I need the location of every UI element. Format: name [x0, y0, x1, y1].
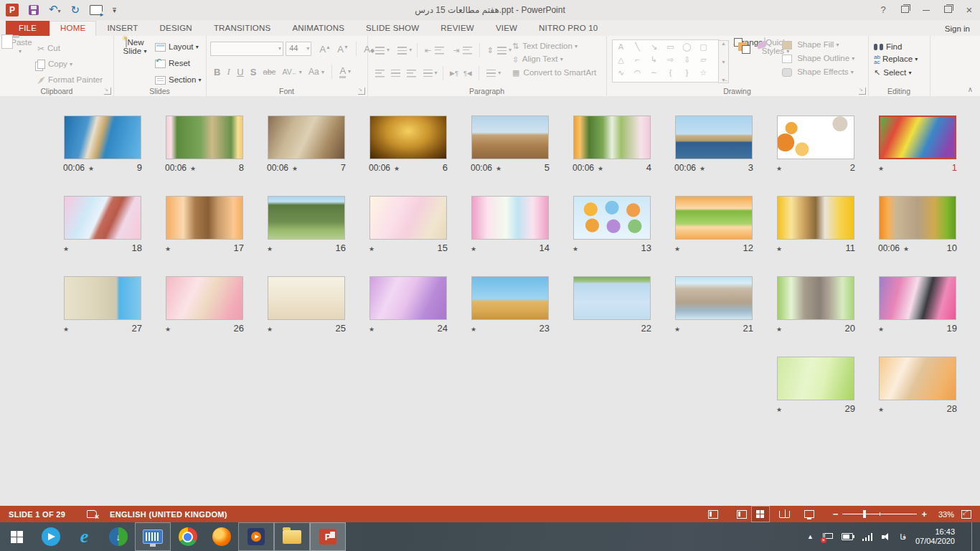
- shape-icon[interactable]: ▭: [662, 40, 679, 53]
- tab-review[interactable]: REVIEW: [430, 21, 485, 36]
- shape-fill-button[interactable]: Shape Fill ▾: [782, 40, 867, 50]
- slide-thumbnail[interactable]: [573, 196, 651, 240]
- slide-thumbnail[interactable]: [675, 276, 753, 320]
- tab-file[interactable]: FILE: [6, 21, 50, 36]
- tab-view[interactable]: VIEW: [485, 21, 528, 36]
- shape-icon[interactable]: △: [613, 53, 629, 66]
- shape-outline-button[interactable]: Shape Outline ▾: [782, 54, 867, 63]
- slide-sorter-view-button[interactable]: [751, 506, 770, 522]
- text-shadow-button[interactable]: S: [250, 67, 257, 77]
- find-button[interactable]: Find: [874, 42, 918, 51]
- decrease-indent-icon[interactable]: ⇤: [425, 46, 431, 55]
- slide-thumbnail[interactable]: [268, 276, 345, 320]
- shape-icon[interactable]: ╲: [629, 40, 646, 53]
- show-desktop-button[interactable]: [971, 522, 976, 551]
- slide-thumbnail[interactable]: [369, 276, 447, 320]
- language-indicator[interactable]: ENGLISH (UNITED KINGDOM): [110, 510, 227, 519]
- shapes-scroll-down-icon[interactable]: ▼: [721, 60, 726, 65]
- cut-button[interactable]: ✂Cut: [37, 44, 60, 54]
- notes-button[interactable]: [704, 506, 722, 522]
- spell-check-icon[interactable]: [87, 510, 97, 518]
- shape-icon[interactable]: ↘: [646, 40, 662, 53]
- zoom-slider-thumb[interactable]: [863, 510, 866, 518]
- shape-icon[interactable]: ◠: [629, 66, 646, 79]
- taskbar-powerpoint[interactable]: P: [310, 522, 346, 551]
- change-case-button[interactable]: Aa ▾: [308, 67, 324, 77]
- zoom-percentage[interactable]: 33%: [938, 510, 954, 519]
- tab-transitions[interactable]: TRANSITIONS: [203, 21, 282, 36]
- bold-button[interactable]: B: [214, 67, 220, 77]
- slide-thumbnail[interactable]: [777, 357, 854, 400]
- slide-show-button[interactable]: [800, 506, 819, 522]
- start-button[interactable]: [0, 522, 34, 551]
- font-color-button[interactable]: A: [339, 65, 346, 78]
- slide-thumbnail[interactable]: [166, 276, 243, 320]
- shrink-font-button[interactable]: A▼: [337, 44, 349, 55]
- slide-thumbnail[interactable]: [471, 116, 549, 159]
- font-dialog-launcher-icon[interactable]: ↘: [358, 88, 365, 95]
- fit-slide-to-window-icon[interactable]: [961, 510, 971, 519]
- shape-icon[interactable]: ▢: [695, 40, 712, 53]
- character-spacing-button[interactable]: AV↔ ▾: [283, 67, 302, 76]
- align-right-icon[interactable]: [407, 70, 416, 77]
- slide-thumbnail[interactable]: [64, 196, 141, 240]
- format-painter-button[interactable]: Format Painter: [37, 75, 103, 84]
- shape-icon[interactable]: A: [613, 40, 629, 53]
- taskbar-chrome[interactable]: [171, 522, 204, 551]
- slide-thumbnail[interactable]: [166, 116, 243, 159]
- tab-design[interactable]: DESIGN: [149, 21, 203, 36]
- left-to-right-icon[interactable]: ▶¶: [450, 70, 458, 77]
- zoom-in-button[interactable]: +: [917, 509, 931, 519]
- shape-icon[interactable]: ▱: [695, 53, 712, 66]
- convert-to-smartart-button[interactable]: ▦ Convert to SmartArt: [511, 68, 608, 77]
- new-slide-button[interactable]: New Slide ▾: [119, 38, 151, 55]
- slide-thumbnail[interactable]: [879, 276, 956, 320]
- shape-icon[interactable]: ∿: [613, 66, 629, 79]
- shape-icon[interactable]: ⇩: [679, 53, 695, 66]
- sign-in-link[interactable]: Sign in: [945, 24, 970, 33]
- font-name-combo[interactable]: [210, 42, 283, 56]
- shape-effects-button[interactable]: Shape Effects ▾: [782, 67, 867, 77]
- slide-thumbnail[interactable]: [471, 276, 549, 320]
- collapse-ribbon-icon[interactable]: ∧: [968, 85, 973, 93]
- restore-icon[interactable]: [937, 0, 958, 20]
- italic-button[interactable]: I: [227, 66, 230, 77]
- slide-counter[interactable]: SLIDE 1 OF 29: [9, 510, 65, 519]
- slide-thumbnail[interactable]: [369, 116, 447, 159]
- line-spacing-icon[interactable]: ⇕: [487, 46, 494, 55]
- align-text-button[interactable]: ⇳ Align Text ▾: [511, 55, 608, 64]
- network-signal-icon[interactable]: [862, 533, 873, 541]
- right-to-left-icon[interactable]: ¶◀: [463, 70, 472, 77]
- slide-thumbnail[interactable]: [471, 196, 549, 240]
- slide-thumbnail[interactable]: [268, 116, 345, 159]
- shape-icon[interactable]: ☆: [695, 66, 712, 79]
- shape-icon[interactable]: ⌐: [629, 53, 646, 66]
- zoom-out-button[interactable]: −: [829, 509, 843, 519]
- shape-icon[interactable]: ⇨: [662, 53, 679, 66]
- align-center-icon[interactable]: [391, 70, 400, 77]
- slide-thumbnail[interactable]: [879, 357, 956, 400]
- reset-button[interactable]: Reset: [155, 59, 190, 68]
- tab-nitro-pro-10[interactable]: NITRO PRO 10: [528, 21, 608, 36]
- increase-indent-icon[interactable]: ⇥: [453, 46, 459, 55]
- shape-icon[interactable]: }: [679, 66, 695, 79]
- reading-view-button[interactable]: [776, 506, 794, 522]
- volume-icon[interactable]: [882, 533, 890, 541]
- slide-thumbnail[interactable]: [879, 196, 956, 240]
- shapes-gallery[interactable]: A╲↘▭◯▢△⌐↳⇨⇩▱∿◠∼{}☆ ▲ ▼ ▼̶: [612, 39, 720, 83]
- close-icon[interactable]: ×: [958, 0, 980, 20]
- taskbar-media-player[interactable]: [238, 522, 274, 551]
- shape-icon[interactable]: ∼: [646, 66, 662, 79]
- battery-icon[interactable]: [842, 533, 853, 540]
- taskbar-file-explorer[interactable]: [274, 522, 310, 551]
- shapes-gallery-scrollbar[interactable]: ▲ ▼ ▼̶: [718, 40, 729, 83]
- copy-button[interactable]: Copy ▾: [37, 60, 72, 69]
- start-from-beginning-icon[interactable]: [90, 5, 103, 15]
- slide-thumbnail[interactable]: [675, 116, 753, 159]
- section-button[interactable]: Section ▾: [155, 75, 202, 85]
- clipboard-dialog-launcher-icon[interactable]: ↘: [104, 88, 111, 95]
- slide-thumbnail[interactable]: [64, 276, 141, 320]
- justify-icon[interactable]: [423, 70, 433, 77]
- slide-thumbnail[interactable]: [64, 116, 141, 159]
- taskbar-telegram[interactable]: [34, 522, 67, 551]
